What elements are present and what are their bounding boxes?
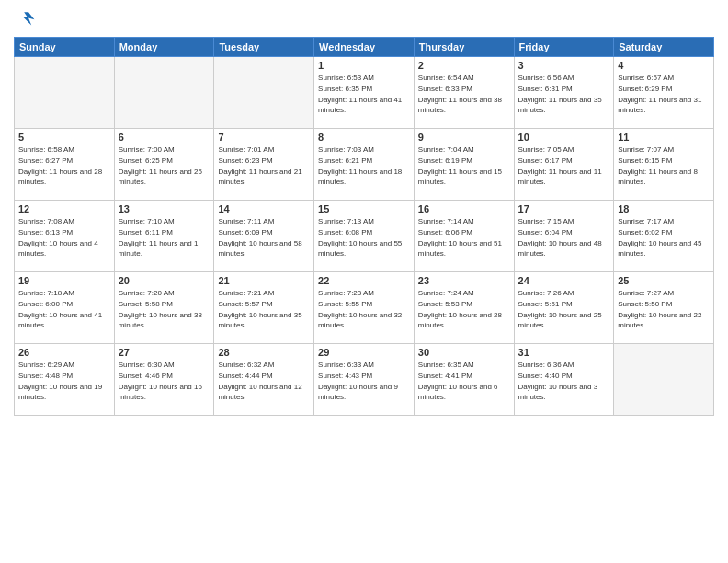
- calendar-cell: [214, 57, 314, 129]
- day-number: 22: [318, 275, 410, 286]
- calendar-cell: 20 Sunrise: 7:20 AMSunset: 5:58 PMDaylig…: [114, 272, 214, 344]
- day-number: 13: [119, 203, 210, 214]
- calendar-cell: 18 Sunrise: 7:17 AMSunset: 6:02 PMDaylig…: [614, 201, 714, 272]
- day-number: 27: [119, 347, 210, 358]
- day-number: 2: [418, 60, 510, 71]
- day-number: 7: [218, 132, 310, 143]
- day-number: 6: [119, 132, 210, 143]
- calendar-cell: 27 Sunrise: 6:30 AMSunset: 4:46 PMDaylig…: [114, 344, 214, 416]
- day-info: Sunrise: 6:29 AMSunset: 4:48 PMDaylight:…: [18, 361, 102, 401]
- calendar-cell: 14 Sunrise: 7:11 AMSunset: 6:09 PMDaylig…: [214, 201, 314, 272]
- calendar-cell: 6 Sunrise: 7:00 AMSunset: 6:25 PMDayligh…: [114, 129, 214, 201]
- calendar-cell: 7 Sunrise: 7:01 AMSunset: 6:23 PMDayligh…: [214, 129, 314, 201]
- day-number: 3: [518, 60, 610, 71]
- day-info: Sunrise: 6:54 AMSunset: 6:33 PMDaylight:…: [418, 74, 502, 114]
- calendar-cell: 13 Sunrise: 7:10 AMSunset: 6:11 PMDaylig…: [114, 201, 214, 272]
- day-info: Sunrise: 6:58 AMSunset: 6:27 PMDaylight:…: [18, 145, 102, 186]
- day-number: 25: [618, 275, 710, 286]
- calendar-cell: 19 Sunrise: 7:18 AMSunset: 6:00 PMDaylig…: [15, 272, 115, 344]
- calendar-cell: [114, 57, 214, 129]
- weekday-header-tuesday: Tuesday: [214, 38, 314, 57]
- svg-marker-0: [23, 12, 35, 25]
- calendar-week-5: 26 Sunrise: 6:29 AMSunset: 4:48 PMDaylig…: [15, 344, 714, 416]
- day-info: Sunrise: 6:32 AMSunset: 4:44 PMDaylight:…: [218, 361, 301, 401]
- day-info: Sunrise: 6:53 AMSunset: 6:35 PMDaylight:…: [318, 74, 402, 114]
- day-info: Sunrise: 7:21 AMSunset: 5:57 PMDaylight:…: [218, 289, 301, 329]
- calendar-cell: 26 Sunrise: 6:29 AMSunset: 4:48 PMDaylig…: [15, 344, 115, 416]
- weekday-header-saturday: Saturday: [614, 38, 714, 57]
- day-info: Sunrise: 7:05 AMSunset: 6:17 PMDaylight:…: [518, 145, 602, 186]
- day-info: Sunrise: 6:56 AMSunset: 6:31 PMDaylight:…: [518, 74, 602, 114]
- weekday-header-wednesday: Wednesday: [314, 38, 415, 57]
- day-info: Sunrise: 7:13 AMSunset: 6:08 PMDaylight:…: [318, 217, 402, 258]
- day-number: 17: [518, 203, 610, 214]
- day-info: Sunrise: 6:36 AMSunset: 4:40 PMDaylight:…: [518, 361, 598, 401]
- calendar-cell: 17 Sunrise: 7:15 AMSunset: 6:04 PMDaylig…: [514, 201, 614, 272]
- page: SundayMondayTuesdayWednesdayThursdayFrid…: [0, 0, 728, 563]
- day-info: Sunrise: 7:17 AMSunset: 6:02 PMDaylight:…: [618, 217, 701, 258]
- calendar-cell: [614, 344, 714, 416]
- logo-icon: [14, 9, 36, 31]
- calendar-cell: 22 Sunrise: 7:23 AMSunset: 5:55 PMDaylig…: [314, 272, 415, 344]
- day-number: 26: [18, 347, 110, 358]
- day-info: Sunrise: 7:04 AMSunset: 6:19 PMDaylight:…: [418, 145, 502, 186]
- calendar-cell: 12 Sunrise: 7:08 AMSunset: 6:13 PMDaylig…: [15, 201, 115, 272]
- calendar-cell: 23 Sunrise: 7:24 AMSunset: 5:53 PMDaylig…: [414, 272, 514, 344]
- day-number: 30: [418, 347, 510, 358]
- day-info: Sunrise: 7:23 AMSunset: 5:55 PMDaylight:…: [318, 289, 402, 329]
- calendar-cell: 4 Sunrise: 6:57 AMSunset: 6:29 PMDayligh…: [614, 57, 714, 129]
- day-info: Sunrise: 7:14 AMSunset: 6:06 PMDaylight:…: [418, 217, 502, 258]
- calendar-cell: 2 Sunrise: 6:54 AMSunset: 6:33 PMDayligh…: [414, 57, 514, 129]
- day-number: 21: [218, 275, 310, 286]
- calendar-cell: 3 Sunrise: 6:56 AMSunset: 6:31 PMDayligh…: [514, 57, 614, 129]
- weekday-header-monday: Monday: [114, 38, 214, 57]
- calendar-cell: 28 Sunrise: 6:32 AMSunset: 4:44 PMDaylig…: [214, 344, 314, 416]
- day-number: 16: [418, 203, 510, 214]
- calendar-cell: 21 Sunrise: 7:21 AMSunset: 5:57 PMDaylig…: [214, 272, 314, 344]
- day-info: Sunrise: 7:08 AMSunset: 6:13 PMDaylight:…: [18, 217, 98, 258]
- calendar-cell: 31 Sunrise: 6:36 AMSunset: 4:40 PMDaylig…: [514, 344, 614, 416]
- header: [14, 9, 714, 31]
- calendar-cell: 30 Sunrise: 6:35 AMSunset: 4:41 PMDaylig…: [414, 344, 514, 416]
- calendar-week-1: 1 Sunrise: 6:53 AMSunset: 6:35 PMDayligh…: [15, 57, 714, 129]
- day-number: 28: [218, 347, 310, 358]
- day-info: Sunrise: 7:11 AMSunset: 6:09 PMDaylight:…: [218, 217, 301, 258]
- weekday-header-row: SundayMondayTuesdayWednesdayThursdayFrid…: [15, 38, 714, 57]
- day-info: Sunrise: 7:07 AMSunset: 6:15 PMDaylight:…: [618, 145, 698, 186]
- day-info: Sunrise: 6:30 AMSunset: 4:46 PMDaylight:…: [119, 361, 202, 401]
- day-number: 8: [318, 132, 410, 143]
- day-info: Sunrise: 7:20 AMSunset: 5:58 PMDaylight:…: [119, 289, 202, 329]
- day-info: Sunrise: 7:00 AMSunset: 6:25 PMDaylight:…: [119, 145, 202, 186]
- day-number: 29: [318, 347, 410, 358]
- calendar-cell: 10 Sunrise: 7:05 AMSunset: 6:17 PMDaylig…: [514, 129, 614, 201]
- calendar-cell: 16 Sunrise: 7:14 AMSunset: 6:06 PMDaylig…: [414, 201, 514, 272]
- day-number: 5: [18, 132, 110, 143]
- day-info: Sunrise: 7:26 AMSunset: 5:51 PMDaylight:…: [518, 289, 602, 329]
- weekday-header-sunday: Sunday: [15, 38, 115, 57]
- logo: [14, 9, 40, 31]
- day-number: 11: [618, 132, 710, 143]
- calendar-week-2: 5 Sunrise: 6:58 AMSunset: 6:27 PMDayligh…: [15, 129, 714, 201]
- day-number: 18: [618, 203, 710, 214]
- weekday-header-thursday: Thursday: [414, 38, 514, 57]
- calendar-cell: 5 Sunrise: 6:58 AMSunset: 6:27 PMDayligh…: [15, 129, 115, 201]
- day-number: 24: [518, 275, 610, 286]
- calendar-cell: 1 Sunrise: 6:53 AMSunset: 6:35 PMDayligh…: [314, 57, 415, 129]
- calendar-cell: [15, 57, 115, 129]
- day-info: Sunrise: 6:35 AMSunset: 4:41 PMDaylight:…: [418, 361, 498, 401]
- day-info: Sunrise: 7:18 AMSunset: 6:00 PMDaylight:…: [18, 289, 102, 329]
- day-number: 12: [18, 203, 110, 214]
- calendar-cell: 15 Sunrise: 7:13 AMSunset: 6:08 PMDaylig…: [314, 201, 415, 272]
- calendar-cell: 8 Sunrise: 7:03 AMSunset: 6:21 PMDayligh…: [314, 129, 415, 201]
- day-number: 4: [618, 60, 710, 71]
- calendar-cell: 11 Sunrise: 7:07 AMSunset: 6:15 PMDaylig…: [614, 129, 714, 201]
- day-info: Sunrise: 7:01 AMSunset: 6:23 PMDaylight:…: [218, 145, 301, 186]
- calendar-cell: 9 Sunrise: 7:04 AMSunset: 6:19 PMDayligh…: [414, 129, 514, 201]
- day-number: 10: [518, 132, 610, 143]
- day-number: 19: [18, 275, 110, 286]
- day-number: 20: [119, 275, 210, 286]
- day-info: Sunrise: 7:15 AMSunset: 6:04 PMDaylight:…: [518, 217, 602, 258]
- day-number: 31: [518, 347, 610, 358]
- day-info: Sunrise: 7:10 AMSunset: 6:11 PMDaylight:…: [119, 217, 199, 258]
- day-info: Sunrise: 6:33 AMSunset: 4:43 PMDaylight:…: [318, 361, 398, 401]
